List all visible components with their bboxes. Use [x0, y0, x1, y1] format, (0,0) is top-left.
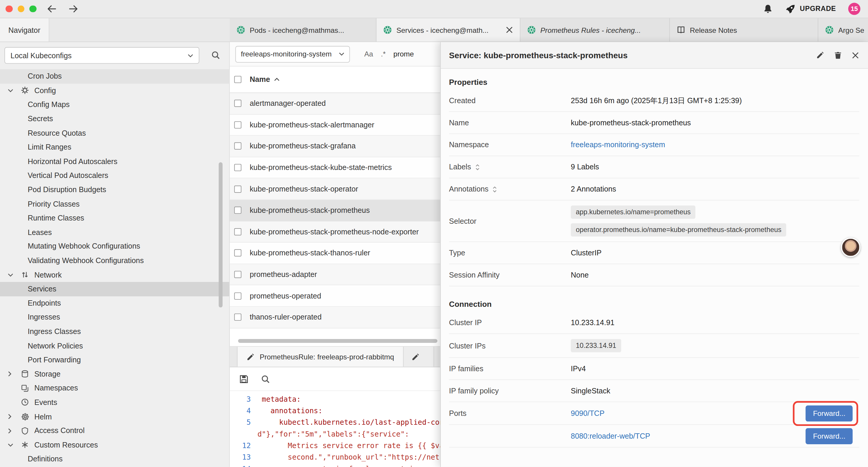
sidebar-item-ingresses[interactable]: Ingresses	[0, 310, 229, 324]
chevron-down-icon[interactable]	[8, 443, 17, 447]
sidebar-item-network[interactable]: Network	[0, 268, 229, 282]
edit-icon[interactable]	[816, 51, 824, 59]
search-input[interactable]: prome	[394, 50, 414, 58]
sidebar-scrollbar[interactable]	[219, 162, 222, 308]
row-checkbox[interactable]	[234, 185, 241, 193]
dock-tab-prometheusrule[interactable]: PrometheusRule: freeleaps-prod-rabbitmq	[237, 347, 404, 367]
tab-release-notes[interactable]: Release Notes	[670, 18, 818, 42]
row-checkbox[interactable]	[234, 100, 241, 107]
row-checkbox[interactable]	[234, 292, 241, 299]
upgrade-button[interactable]: UPGRADE	[785, 4, 836, 14]
sidebar-item-storage[interactable]: Storage	[0, 367, 229, 381]
row-checkbox[interactable]	[234, 228, 241, 235]
sidebar-item-resource-quotas[interactable]: Resource Quotas	[0, 126, 229, 140]
dock-tab-partial[interactable]	[404, 347, 434, 367]
row-checkbox[interactable]	[234, 143, 241, 150]
tab-services-icecheng-math[interactable]: Services - icecheng@math...	[376, 18, 520, 42]
tab-prometheus-rules-icecheng[interactable]: Prometheus Rules - icecheng...	[521, 18, 670, 42]
sidebar-item-services[interactable]: Services	[0, 282, 229, 296]
close-icon[interactable]	[851, 51, 859, 59]
minimize-window-button[interactable]	[18, 5, 24, 12]
forward-button[interactable]: Forward...	[806, 405, 852, 421]
chevron-down-icon[interactable]	[8, 273, 17, 276]
app-window: UPGRADE 15 Navigator Pods - icecheng@mat…	[0, 0, 868, 467]
sort-updown-icon[interactable]	[475, 164, 480, 170]
sidebar-item-events[interactable]: Events	[0, 395, 229, 409]
sidebar-item-config-maps[interactable]: Config Maps	[0, 97, 229, 112]
detail-label: IP family policy	[449, 387, 571, 395]
sidebar-item-access-control[interactable]: Access Control	[0, 424, 229, 438]
sidebar-item-label: Priority Classes	[28, 200, 80, 208]
namespace-link[interactable]: freeleaps-monitoring-system	[571, 141, 859, 149]
line-code: metadata:	[257, 393, 301, 405]
sidebar-item-mutating-webhook-configurations[interactable]: Mutating Webhook Configurations	[0, 239, 229, 254]
select-all-checkbox[interactable]	[234, 76, 241, 83]
forward-button[interactable]: Forward...	[806, 428, 852, 444]
zoom-window-button[interactable]	[29, 5, 36, 12]
search-icon[interactable]	[261, 374, 270, 384]
line-code: error rate in freeleaps metrics ser	[257, 463, 439, 467]
match-case-toggle[interactable]: Aa	[364, 50, 373, 58]
row-checkbox[interactable]	[234, 164, 241, 171]
bell-icon[interactable]	[763, 4, 773, 14]
name-column-header[interactable]: Name	[250, 76, 270, 84]
notification-count-badge[interactable]: 15	[848, 3, 860, 15]
row-checkbox[interactable]	[234, 314, 241, 321]
detail-value: 2 Annotations	[571, 180, 859, 198]
search-icon[interactable]	[211, 51, 220, 60]
sidebar-item-secrets[interactable]: Secrets	[0, 112, 229, 126]
sidebar-item-label: Limit Ranges	[28, 143, 71, 151]
detail-value: 8080:reloader-web/TCPForward...	[571, 423, 859, 449]
service-name: kube-prometheus-stack-operator	[250, 185, 358, 193]
kubeconfig-selector[interactable]: Local Kubeconfigs	[4, 47, 199, 63]
tab-argo-se[interactable]: Argo Se	[818, 18, 868, 42]
sidebar-item-port-forwarding[interactable]: Port Forwarding	[0, 353, 229, 367]
forward-arrow-icon[interactable]	[67, 4, 78, 13]
row-checkbox[interactable]	[234, 250, 241, 257]
sidebar-item-horizontal-pod-autoscalers[interactable]: Horizontal Pod Autoscalers	[0, 154, 229, 169]
sort-ascending-icon[interactable]	[274, 78, 279, 81]
sidebar-item-validating-webhook-configurations[interactable]: Validating Webhook Configurations	[0, 254, 229, 268]
tab-pods-icecheng-mathmas[interactable]: Pods - icecheng@mathmas...	[230, 18, 377, 42]
sidebar-item-ingress-classes[interactable]: Ingress Classes	[0, 324, 229, 339]
sidebar-item-endpoints[interactable]: Endpoints	[0, 296, 229, 310]
sidebar-item-custom-resources[interactable]: Custom Resources	[0, 438, 229, 452]
value-badge: 10.233.14.91	[571, 339, 621, 352]
kubernetes-icon	[527, 25, 536, 34]
chevron-right-icon[interactable]	[8, 428, 17, 434]
row-checkbox[interactable]	[234, 207, 241, 214]
chevron-right-icon[interactable]	[8, 371, 17, 377]
sidebar-item-cron-jobs[interactable]: Cron Jobs	[0, 69, 229, 83]
sort-updown-icon[interactable]	[493, 186, 498, 193]
sidebar-item-pod-disruption-budgets[interactable]: Pod Disruption Budgets	[0, 183, 229, 197]
delete-icon[interactable]	[834, 51, 842, 59]
chevron-down-icon[interactable]	[8, 89, 17, 92]
sidebar-item-namespaces[interactable]: Namespaces	[0, 381, 229, 395]
sidebar-item-definitions[interactable]: Definitions	[0, 452, 229, 466]
sidebar-item-label: Port Forwarding	[28, 356, 81, 364]
save-icon[interactable]	[239, 374, 249, 384]
chevron-down-icon	[188, 54, 193, 57]
sidebar-item-priority-classes[interactable]: Priority Classes	[0, 197, 229, 211]
regex-toggle[interactable]: .*	[381, 50, 385, 58]
close-icon[interactable]	[501, 26, 513, 34]
sidebar-item-limit-ranges[interactable]: Limit Ranges	[0, 140, 229, 154]
chevron-right-icon[interactable]	[8, 414, 17, 419]
row-checkbox[interactable]	[234, 121, 241, 128]
navigator-sidebar: Local Kubeconfigs Cron JobsConfigConfig …	[0, 42, 230, 467]
row-checkbox[interactable]	[234, 271, 241, 278]
sidebar-item-config[interactable]: Config	[0, 83, 229, 97]
sidebar-item-network-policies[interactable]: Network Policies	[0, 339, 229, 353]
port-link[interactable]: 8080:reloader-web/TCP	[571, 432, 650, 440]
sidebar-item-leases[interactable]: Leases	[0, 225, 229, 239]
sidebar-item-helm[interactable]: Helm	[0, 409, 229, 424]
detail-value: 10.233.14.91	[571, 334, 859, 357]
avatar[interactable]	[841, 238, 861, 257]
horizontal-scrollbar[interactable]	[238, 339, 438, 343]
sidebar-item-vertical-pod-autoscalers[interactable]: Vertical Pod Autoscalers	[0, 169, 229, 183]
port-link[interactable]: 9090/TCP	[571, 409, 604, 417]
sidebar-item-runtime-classes[interactable]: Runtime Classes	[0, 211, 229, 225]
close-window-button[interactable]	[6, 5, 12, 12]
namespace-selector[interactable]: freeleaps-monitoring-system	[235, 46, 350, 62]
back-arrow-icon[interactable]	[46, 4, 57, 13]
